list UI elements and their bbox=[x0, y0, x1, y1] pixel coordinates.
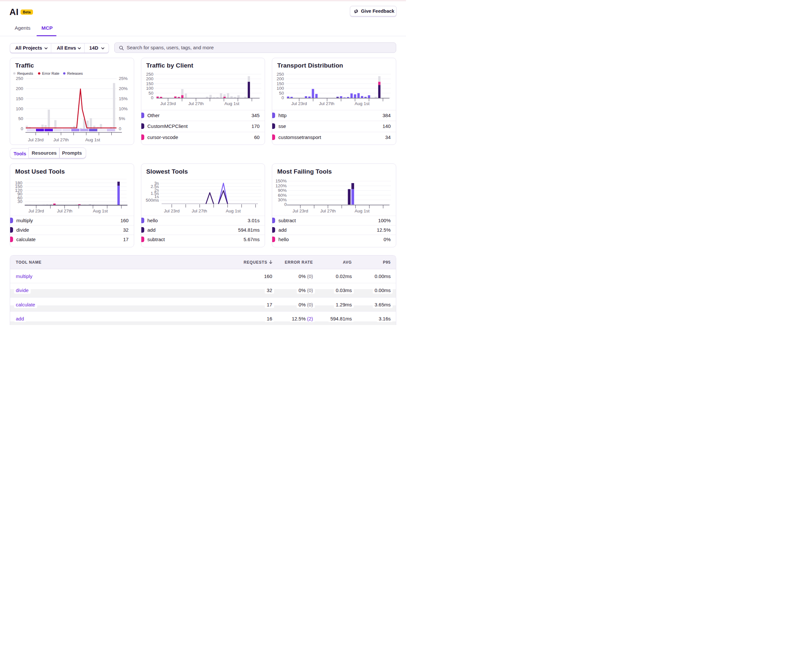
svg-text:Jul 27th: Jul 27th bbox=[192, 209, 207, 214]
svg-text:150: 150 bbox=[146, 81, 153, 86]
svg-text:0: 0 bbox=[21, 126, 23, 131]
svg-text:Aug 1st: Aug 1st bbox=[355, 209, 370, 214]
svg-text:Requests: Requests bbox=[17, 72, 33, 75]
svg-text:Jul 27th: Jul 27th bbox=[53, 137, 69, 142]
svg-text:10%: 10% bbox=[119, 106, 128, 111]
svg-text:Jul 23rd: Jul 23rd bbox=[28, 209, 44, 214]
svg-text:Releases: Releases bbox=[67, 72, 83, 75]
svg-text:50: 50 bbox=[18, 116, 23, 121]
svg-text:Jul 27th: Jul 27th bbox=[188, 101, 203, 106]
svg-text:25%: 25% bbox=[119, 76, 128, 81]
svg-text:0: 0 bbox=[151, 95, 153, 100]
svg-text:200: 200 bbox=[276, 76, 284, 81]
svg-text:Jul 27th: Jul 27th bbox=[319, 101, 334, 106]
svg-text:Error Rate: Error Rate bbox=[42, 72, 60, 75]
svg-text:90%: 90% bbox=[278, 188, 287, 193]
svg-text:20%: 20% bbox=[119, 86, 128, 91]
svg-text:Jul 23rd: Jul 23rd bbox=[292, 101, 307, 106]
svg-text:Jul 27th: Jul 27th bbox=[57, 209, 72, 214]
svg-text:50: 50 bbox=[148, 91, 153, 96]
svg-text:250: 250 bbox=[16, 76, 23, 81]
svg-text:15%: 15% bbox=[119, 96, 128, 101]
svg-text:100: 100 bbox=[146, 86, 153, 91]
svg-text:Aug 1st: Aug 1st bbox=[226, 209, 241, 214]
svg-text:Aug 1st: Aug 1st bbox=[224, 101, 239, 106]
svg-text:Jul 27th: Jul 27th bbox=[320, 209, 336, 214]
svg-text:0: 0 bbox=[281, 95, 284, 100]
svg-text:Aug 1st: Aug 1st bbox=[85, 137, 100, 142]
svg-text:Jul 23rd: Jul 23rd bbox=[28, 137, 44, 142]
svg-text:100: 100 bbox=[276, 86, 284, 91]
svg-text:150%: 150% bbox=[275, 179, 287, 184]
svg-text:100: 100 bbox=[16, 106, 23, 111]
svg-text:0: 0 bbox=[119, 126, 121, 131]
svg-text:200: 200 bbox=[146, 76, 153, 81]
svg-text:200: 200 bbox=[16, 86, 23, 91]
svg-text:Jul 23rd: Jul 23rd bbox=[164, 209, 180, 214]
svg-text:250: 250 bbox=[276, 72, 284, 77]
svg-text:60%: 60% bbox=[278, 193, 287, 198]
svg-text:180: 180 bbox=[15, 180, 22, 185]
svg-text:Jul 23rd: Jul 23rd bbox=[292, 209, 308, 214]
svg-text:5%: 5% bbox=[119, 116, 125, 121]
svg-text:150: 150 bbox=[276, 81, 284, 86]
svg-text:150: 150 bbox=[16, 96, 23, 101]
svg-text:50: 50 bbox=[279, 91, 284, 96]
svg-text:120%: 120% bbox=[275, 183, 287, 188]
svg-text:Aug 1st: Aug 1st bbox=[93, 209, 108, 214]
svg-text:3s: 3s bbox=[154, 181, 159, 186]
svg-text:Jul 23rd: Jul 23rd bbox=[160, 101, 176, 106]
svg-text:Aug 1st: Aug 1st bbox=[355, 101, 370, 106]
svg-text:30%: 30% bbox=[278, 197, 287, 202]
svg-text:250: 250 bbox=[146, 72, 153, 77]
svg-text:0: 0 bbox=[284, 202, 287, 207]
